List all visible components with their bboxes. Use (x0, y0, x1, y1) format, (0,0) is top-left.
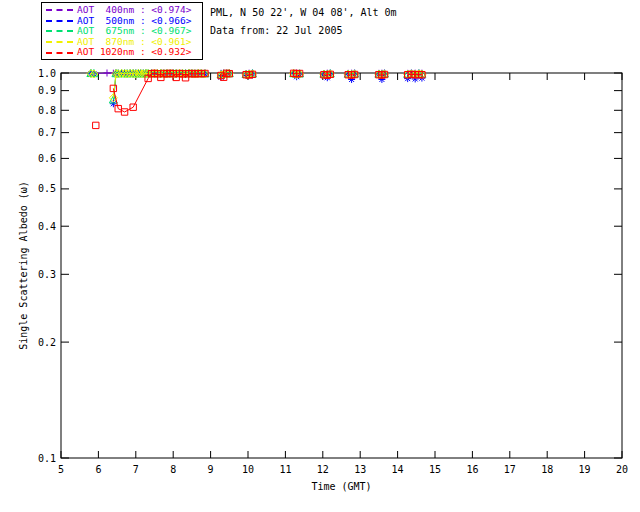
svg-text:16: 16 (466, 464, 478, 475)
svg-text:0.3: 0.3 (38, 269, 56, 280)
svg-text:0.6: 0.6 (38, 153, 56, 164)
y-axis-title: Single Scattering Albedo (ω) (18, 181, 29, 350)
markers-square (93, 70, 426, 128)
x-axis-title: Time (GMT) (311, 481, 371, 492)
svg-text:5: 5 (58, 464, 64, 475)
svg-text:11: 11 (279, 464, 291, 475)
svg-text:14: 14 (392, 464, 404, 475)
y-axis-ticks (61, 73, 622, 458)
legend-label: AOT 400nm : <0.974> (77, 5, 191, 16)
svg-text:1.0: 1.0 (38, 68, 56, 79)
x-axis-labels: 567891011121314151617181920 (58, 464, 628, 475)
site-location-text: PML, N 50 22', W 04 08', Alt 0m (210, 4, 397, 22)
svg-text:10: 10 (242, 464, 254, 475)
plot-axes (61, 73, 622, 458)
data-date-text: Data from: 22 Jul 2005 (210, 22, 397, 40)
svg-text:6: 6 (95, 464, 101, 475)
svg-text:0.5: 0.5 (38, 183, 56, 194)
svg-text:15: 15 (429, 464, 441, 475)
svg-text:7: 7 (133, 464, 139, 475)
legend: AOT 400nm : <0.974>AOT 500nm : <0.966>AO… (41, 2, 203, 60)
ssa-plot-screen: { "header": { "site_line": "PML, N 50 22… (0, 0, 640, 512)
svg-text:0.2: 0.2 (38, 337, 56, 348)
svg-text:9: 9 (208, 464, 214, 475)
svg-text:8: 8 (170, 464, 176, 475)
legend-item-aot-1020nm: AOT 1020nm : <0.932> (45, 47, 199, 58)
legend-line-sample (46, 52, 73, 54)
svg-text:0.8: 0.8 (38, 105, 56, 116)
site-info: PML, N 50 22', W 04 08', Alt 0m Data fro… (210, 4, 397, 40)
svg-text:0.4: 0.4 (38, 221, 56, 232)
legend-line-sample (46, 20, 73, 22)
series-aot-870nm (87, 70, 426, 102)
y-axis-labels: 1.00.90.80.70.60.50.40.30.20.1 (38, 68, 56, 464)
svg-text:0.7: 0.7 (38, 127, 56, 138)
ssa-chart: 5678910111213141516171819201.00.90.80.70… (0, 0, 640, 512)
legend-line-sample (46, 30, 73, 32)
svg-text:12: 12 (317, 464, 329, 475)
svg-text:20: 20 (616, 464, 628, 475)
legend-item-aot-400nm: AOT 400nm : <0.974> (45, 5, 199, 16)
legend-line-sample (46, 9, 73, 11)
legend-label: AOT 1020nm : <0.932> (77, 47, 191, 58)
svg-text:0.9: 0.9 (38, 85, 56, 96)
markers-diamond (87, 70, 426, 102)
svg-text:19: 19 (579, 464, 591, 475)
svg-text:13: 13 (354, 464, 366, 475)
x-axis-ticks (61, 73, 622, 458)
legend-line-sample (46, 41, 73, 43)
svg-text:17: 17 (504, 464, 516, 475)
series-aot-1020nm (93, 70, 426, 128)
svg-text:0.1: 0.1 (38, 453, 56, 464)
svg-text:18: 18 (541, 464, 553, 475)
